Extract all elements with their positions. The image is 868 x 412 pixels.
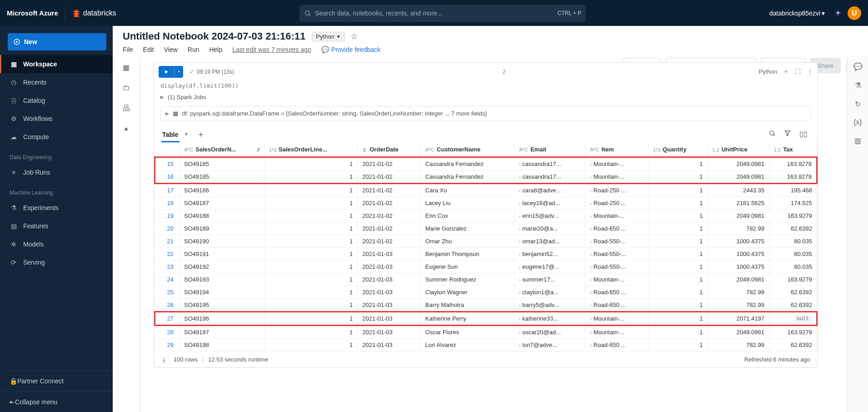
table-cell: 1 (264, 210, 358, 222)
global-search[interactable]: Search data, notebooks, recents, and mor… (299, 5, 586, 22)
chevron-down-icon[interactable]: ▼ (184, 131, 189, 140)
add-tab-button[interactable]: ＋ (197, 129, 205, 142)
favorite-star-icon[interactable]: ☆ (350, 31, 358, 41)
fullscreen-icon[interactable]: ⛶ (795, 68, 801, 75)
columns-icon[interactable]: ▯▯ (799, 130, 808, 138)
new-button[interactable]: New (8, 33, 106, 50)
sidebar-item-catalog[interactable]: ⌸ Catalog (1, 91, 113, 110)
section-data-engineering: Data Engineering (1, 146, 113, 163)
chevron-down-icon: ▼ (336, 34, 341, 39)
code-snippet[interactable]: display(df.limit(100)) (154, 80, 818, 91)
table-row[interactable]: 19SO4918812021-01-02Erin Cox›erin15@adv.… (155, 210, 817, 222)
table-row[interactable]: 22SO4919112021-01-03Benjamin Thompson›be… (155, 248, 817, 261)
column-header[interactable]: AᴮCEmail (514, 142, 585, 157)
menu-help[interactable]: Help (209, 46, 222, 53)
table-cell: Summer Rodriguez (420, 273, 514, 286)
table-row[interactable]: 23SO4919212021-01-03Eugene Sun›eugene17@… (155, 261, 817, 273)
table-row[interactable]: 15SO4918512021-01-02Cassandra Fernandez›… (155, 157, 817, 171)
clock-icon: ◷ (10, 79, 18, 86)
folder-icon[interactable]: 🗀 (123, 84, 130, 92)
table-row[interactable]: 17SO4918612021-01-02Cara Xu›cara8@adve..… (155, 184, 817, 197)
table-cell: Barry Malhotra (420, 299, 514, 312)
tab-table[interactable]: Table (161, 128, 180, 142)
outline-icon[interactable]: ▦ (123, 63, 130, 72)
sidebar-item-features[interactable]: ▤ Features (1, 217, 113, 235)
results-table: AᴮCSalesOrderN...⇵1²3SalesOrderLine...🗓O… (154, 142, 818, 352)
table-row[interactable]: 20SO4918912021-01-02Marie Gonzalez›marie… (155, 222, 817, 235)
table-cell: 21 (155, 235, 180, 248)
sidebar-collapse[interactable]: ⇤ Collapse menu (1, 391, 113, 412)
sparkle-icon[interactable]: ✦ (783, 68, 788, 75)
table-row[interactable]: 26SO4919512021-01-03Barry Malhotra›barry… (155, 299, 817, 312)
user-avatar[interactable]: U (848, 6, 861, 20)
filter-icon[interactable] (784, 130, 791, 138)
column-header[interactable]: AᴮCSalesOrderN...⇵ (180, 142, 264, 157)
sidebar-item-experiments[interactable]: ⚗ Experiments (1, 199, 113, 217)
table-cell: 1 (649, 261, 708, 273)
table-row[interactable]: 16SO4918512021-01-02Cassandra Fernandez›… (155, 171, 817, 184)
menu-run[interactable]: Run (188, 46, 200, 53)
sparkle-icon[interactable]: ✦ (123, 125, 129, 134)
table-cell: ›benjamin52... (514, 248, 585, 261)
table-row[interactable]: 25SO4919412021-01-03Clayton Wagner›clayt… (155, 286, 817, 299)
comment-icon[interactable]: 💬 (853, 62, 863, 71)
table-cell: SO49191 (180, 248, 264, 261)
sidebar-item-workflows[interactable]: ⚙ Workflows (1, 110, 113, 128)
table-cell: SO49196 (180, 312, 264, 326)
history-icon[interactable]: ↻ (855, 100, 861, 108)
column-header[interactable]: AᴮCItem (585, 142, 649, 157)
last-edit-indicator[interactable]: Last edit was 7 minutes ago (232, 46, 311, 53)
table-cell: 782.99 (708, 339, 769, 352)
column-header[interactable]: 1.2Tax (769, 142, 817, 157)
variables-icon[interactable]: {x} (853, 118, 862, 126)
cell-language-label[interactable]: Python (759, 68, 777, 75)
language-selector[interactable]: Python ▼ (312, 32, 344, 41)
table-row[interactable]: 28SO4919712021-01-03Oscar Flores›oscar20… (155, 326, 817, 339)
sidebar-item-recents[interactable]: ◷ Recents (1, 73, 113, 91)
table-cell: ›Road-550-... (585, 261, 649, 273)
table-row[interactable]: 24SO4919312021-01-03Summer Rodriguez›sum… (155, 273, 817, 286)
dataframe-schema-row[interactable]: ▶ ▦ df: pyspark.sql.dataframe.DataFrame … (154, 103, 818, 124)
table-row[interactable]: 21SO4919012021-01-02Omar Zhu›omar13@ad..… (155, 235, 817, 248)
sidebar-item-workspace[interactable]: ▦ Workspace (0, 55, 113, 73)
table-cell: 2021-01-02 (358, 184, 421, 197)
df-schema-text: df: pyspark.sql.dataframe.DataFrame = [S… (182, 110, 487, 117)
left-sidebar: New ▦ Workspace ◷ Recents ⌸ Catalog ⚙ Wo… (0, 26, 113, 412)
sidebar-item-serving[interactable]: ⟳ Serving (1, 253, 113, 271)
spark-jobs-row[interactable]: ▶ (1) Spark Jobs (154, 91, 818, 103)
sidebar-item-models[interactable]: ✲ Models (1, 235, 113, 253)
column-header[interactable]: 1²3SalesOrderLine... (264, 142, 358, 157)
account-menu[interactable]: databricksp85ezvi ▾ (769, 10, 825, 17)
notebook-title[interactable]: Untitled Notebook 2024-07-03 21:16:11 (123, 30, 305, 42)
column-header[interactable]: 🗓OrderDate (358, 142, 421, 157)
flask-icon[interactable]: ⚗ (855, 81, 861, 90)
table-cell: 2049.0981 (708, 210, 769, 222)
sidebar-item-compute[interactable]: ☁ Compute (1, 128, 113, 146)
download-icon[interactable]: ⭳ (161, 356, 167, 363)
menu-edit[interactable]: Edit (143, 46, 154, 53)
column-header[interactable]: 1.2UnitPrice (708, 142, 769, 157)
provide-feedback-link[interactable]: 💬 Provide feedback (321, 46, 380, 53)
table-row[interactable]: 27SO4919612021-01-03Katherine Perry›kath… (155, 312, 817, 326)
table-cell: 1 (264, 222, 358, 235)
chart-icon[interactable]: ▥ (854, 136, 861, 145)
features-icon: ▤ (10, 222, 18, 230)
run-cell-menu[interactable] (174, 66, 183, 78)
column-header[interactable]: 1²3Quantity (649, 142, 708, 157)
search-icon[interactable] (768, 130, 776, 138)
schema-icon[interactable]: 品 (123, 104, 130, 113)
run-cell-button[interactable] (159, 66, 174, 78)
sidebar-item-job-runs[interactable]: ≡ Job Runs (1, 163, 113, 181)
table-cell: SO49185 (180, 171, 264, 184)
brand-databricks[interactable]: databricks (72, 9, 116, 17)
assistant-icon[interactable] (834, 9, 842, 17)
table-row[interactable]: 18SO4918712021-01-02Lacey Liu›lacey16@ad… (155, 197, 817, 210)
kebab-icon[interactable]: ⋮ (807, 68, 813, 75)
menu-view[interactable]: View (164, 46, 178, 53)
sidebar-partner-connect[interactable]: 🔒 Partner Connect (1, 370, 113, 391)
menu-file[interactable]: File (123, 46, 133, 53)
table-cell: 2049.0981 (708, 273, 769, 286)
table-row[interactable]: 29SO4919812021-01-03Lori Alvarez›lori7@a… (155, 339, 817, 352)
table-cell: ›Mountain-... (585, 171, 649, 184)
column-header[interactable]: AᴮCCustomerName (420, 142, 514, 157)
